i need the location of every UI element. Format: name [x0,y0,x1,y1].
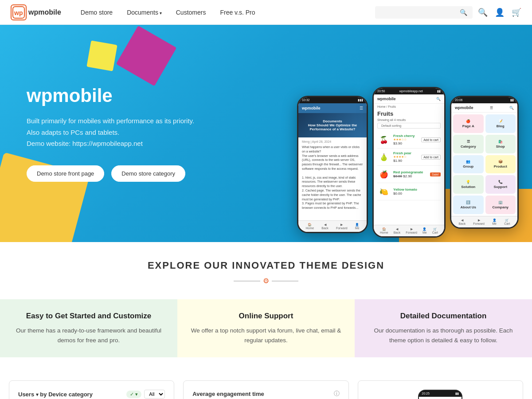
phone-screen-2: 20:50 wpmobileapp.net ▮▮ wpmobile 🔍 Home… [374,88,444,236]
svg-text:wp: wp [14,9,23,16]
info-icon: ⓘ [334,390,340,398]
phone-preview-small: 20:25 ▮▮ wpmobile wpmobileapp.net Shop D… [418,390,462,399]
nav-customers[interactable]: Customers [171,5,211,20]
user-icon[interactable]: 👤 [495,8,505,17]
nav-demo-store[interactable]: Demo store [75,5,118,20]
phone-statusbar-2: 20:50 wpmobileapp.net ▮▮ [374,88,444,94]
phone2-results: Showing all 4 results [374,118,444,122]
cart-icon[interactable]: 🛒 [512,8,521,17]
phone-mockup-1: 10:32 ▮▮▮ wpmobile ☰ DocumentsHow Should… [297,96,368,233]
stat-card-users-header: Users ▾ by Device category ✓ ▾ All [18,390,165,399]
stat-card-phone: 20:25 ▮▮ wpmobile wpmobileapp.net Shop D… [358,380,523,399]
stat-users-dropdown[interactable]: All [144,390,165,399]
product-cherry: 🍒 Fresh cherry ★★★☆☆ $3.90 Add to cart [377,131,441,149]
stats-section: Users ▾ by Device category ✓ ▾ All Avera… [0,366,532,399]
demo-store-category-button[interactable]: Demo store category [111,165,185,182]
stat-users-badge: ✓ ▾ [126,391,141,398]
phone2-breadcrumb: Home / Fruits [374,104,444,110]
phone2-products: 🍒 Fresh cherry ★★★☆☆ $3.90 Add to cart 🍐… [374,129,444,225]
feature-card-1: Easy to Get Started and Customize Our th… [0,299,177,357]
nav-free-vs-pro[interactable]: Free v.s. Pro [215,5,260,20]
feature-card-2-desc: We offer a top notch support via forum, … [190,326,342,345]
hero-phones: 10:32 ▮▮▮ wpmobile ☰ DocumentsHow Should… [297,87,519,242]
search-input[interactable] [380,9,456,16]
stat-card-engagement-header: Average engagement time ⓘ [192,390,339,398]
phone-screen-3: 20:06 ▮▮ wpmobile ☰ 🔍 🍎Page A 📝Blog ☰Cat… [451,97,517,227]
divider-line-left [234,281,260,282]
stat-users-controls: ✓ ▾ All [126,390,165,399]
product-tomato: 🍋 Yellow tomato $0.00 [377,183,441,200]
stat-card-users: Users ▾ by Device category ✓ ▾ All [9,380,174,399]
phone1-header: wpmobile ☰ [298,103,367,113]
feature-cards: Easy to Get Started and Customize Our th… [0,299,532,357]
feature-card-3-title: Detailed Documentation [367,312,520,321]
phone3-footer: ◀Back ▶Forward 👤Me 🛒Cart [451,216,517,227]
phone1-footer: 🏠Home ◀Back ▶Forward 👤Me [298,220,367,232]
hero-title: wpmobile [27,85,194,106]
phone1-content: Meng | April 28, 2024 What happens when … [298,137,367,220]
feature-card-3-desc: Our documentation is as thorough as poss… [367,326,520,345]
logo-icon: wp [11,4,27,20]
phone2-header: wpmobile 🔍 [374,94,444,104]
logo[interactable]: wp wpmobile [11,4,61,20]
search-icon-header[interactable]: 🔍 [478,8,488,17]
stat-card-engagement: Average engagement time ⓘ 1m 00s [183,380,348,399]
nav: Demo store Documents Customers Free v.s.… [75,5,375,20]
phone2-title: Fruits [374,110,444,118]
hero-section: wpmobile Built primarily for mobiles wit… [0,25,532,242]
search-bar[interactable]: 🔍 [375,6,473,19]
header-icons: 🔍 👤 🛒 [478,8,521,17]
phone1-article-img: DocumentsHow Should We Optimize the Perf… [298,113,367,137]
explore-section: EXPLORE OUR INNOVATED THEME DESIGN ⚙ Eas… [0,242,532,366]
phone2-footer: 🏠Home ◀Back ▶Forward 👤Me 🛒Cart [374,225,444,236]
divider-line-right [272,281,298,282]
stat-engagement-title: Average engagement time [192,391,264,397]
divider-icon: ⚙ [263,277,269,285]
hero-content: wpmobile Built primarily for mobiles wit… [0,59,221,208]
phone2-sort: Default sorting [377,123,441,129]
header: wp wpmobile Demo store Documents Custome… [0,0,532,25]
logo-text: wpmobile [28,8,61,16]
phone-mockup-3: 20:06 ▮▮ wpmobile ☰ 🔍 🍎Page A 📝Blog ☰Cat… [450,96,519,229]
phone3-header: wpmobile ☰ 🔍 [451,103,517,113]
hero-desc: Built primarily for mobiles with perform… [27,115,194,149]
feature-card-1-desc: Our theme has a ready-to-use framework a… [12,326,165,345]
feature-card-1-title: Easy to Get Started and Customize [12,312,165,321]
phone-screen-1: 10:32 ▮▮▮ wpmobile ☰ DocumentsHow Should… [298,97,367,232]
feature-card-2-title: Online Support [190,312,342,321]
demo-store-front-button[interactable]: Demo store front page [27,165,104,182]
phone3-grid: 🍎Page A 📝Blog ☰Category 🛍️Shop 👥Group 📦P… [451,113,517,216]
feature-card-2: Online Support We offer a top notch supp… [177,299,355,357]
nav-documents[interactable]: Documents [121,5,167,20]
product-pear: 🍐 Fresh pear ★★★★☆ $1.90 Add to cart [377,149,441,166]
stat-users-title: Users ▾ by Device category [18,391,93,398]
product-pomegranate: 🍎 Red pomegranate $3.00 $2.90 Sale! [377,166,441,183]
phone-statusbar-3: 20:06 ▮▮ [451,97,517,103]
phone-mockup-2: 20:50 wpmobileapp.net ▮▮ wpmobile 🔍 Home… [372,87,446,238]
explore-divider: ⚙ [9,277,523,285]
explore-title: EXPLORE OUR INNOVATED THEME DESIGN [9,260,523,271]
phone-statusbar-1: 10:32 ▮▮▮ [298,97,367,103]
feature-card-3: Detailed Documentation Our documentation… [355,299,532,357]
hero-buttons: Demo store front page Demo store categor… [27,165,194,182]
search-icon: 🔍 [460,9,467,16]
